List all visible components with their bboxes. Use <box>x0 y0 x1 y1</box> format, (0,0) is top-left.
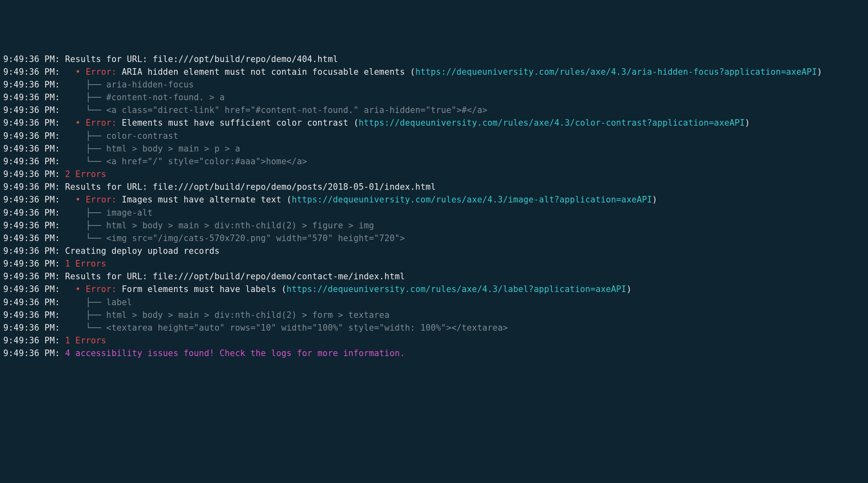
log-error-label: Error: <box>86 284 117 294</box>
log-detail: <a href="/" style="color:#aaa">home</a> <box>106 156 307 166</box>
log-text: Creating deploy upload records <box>60 246 220 256</box>
log-line: 9:49:36 PM: ├── html > body > main > div… <box>3 309 865 322</box>
log-timestamp: 9:49:36 PM: <box>3 233 60 243</box>
log-line: 9:49:36 PM: 2 Errors <box>3 168 865 181</box>
log-timestamp: 9:49:36 PM: <box>3 336 60 345</box>
log-error-label: Error: <box>86 118 117 128</box>
log-timestamp: 9:49:36 PM: <box>3 144 60 154</box>
log-link[interactable]: https://dequeuniversity.com/rules/axe/4.… <box>287 284 627 294</box>
log-detail: <img src="/img/cats-570x720.png" width="… <box>106 233 405 243</box>
log-detail: <textarea height="auto" rows="10" width=… <box>106 323 508 333</box>
log-text <box>80 284 86 294</box>
log-link[interactable]: https://dequeuniversity.com/rules/axe/4.… <box>358 118 745 128</box>
log-timestamp: 9:49:36 PM: <box>3 208 60 218</box>
log-text <box>80 118 86 128</box>
log-summary: 4 accessibility issues found! Check the … <box>65 348 405 358</box>
log-line: 9:49:36 PM: ├── #content-not-found. > a <box>3 91 865 104</box>
log-timestamp: 9:49:36 PM: <box>3 54 60 64</box>
log-tree-branch: ├── <box>60 208 106 218</box>
log-line: 9:49:36 PM: Creating deploy upload recor… <box>3 245 865 258</box>
log-tree-branch: └── <box>60 156 106 166</box>
log-text: Elements must have sufficient color cont… <box>117 118 358 128</box>
log-text <box>60 169 65 179</box>
log-line: 9:49:36 PM: ├── html > body > main > div… <box>3 219 865 232</box>
log-line: 9:49:36 PM: 4 accessibility issues found… <box>3 347 865 360</box>
log-text: Form elements must have labels ( <box>117 284 287 294</box>
log-text <box>80 195 86 205</box>
log-line: 9:49:36 PM: ├── html > body > main > p >… <box>3 143 865 155</box>
log-timestamp: 9:49:36 PM: <box>3 92 60 102</box>
log-timestamp: 9:49:36 PM: <box>3 67 60 77</box>
log-line: 9:49:36 PM: 1 Errors <box>3 258 865 270</box>
log-tree-branch: └── <box>60 105 106 115</box>
log-tree-branch: ├── <box>60 131 106 141</box>
log-text <box>60 348 65 358</box>
log-line: 9:49:36 PM: └── <a class="direct-link" h… <box>3 104 865 117</box>
log-text <box>60 67 76 77</box>
log-line: 9:49:36 PM: • Error: Form elements must … <box>3 283 865 296</box>
log-text: ) <box>627 284 632 294</box>
log-line: 9:49:36 PM: • Error: ARIA hidden element… <box>3 66 865 78</box>
log-tree-branch: ├── <box>60 297 106 307</box>
log-timestamp: 9:49:36 PM: <box>3 182 60 192</box>
log-link[interactable]: https://dequeuniversity.com/rules/axe/4.… <box>415 67 817 77</box>
log-tree-branch: ├── <box>60 144 106 154</box>
log-timestamp: 9:49:36 PM: <box>3 323 60 333</box>
log-detail: html > body > main > div:nth-child(2) > … <box>106 310 390 320</box>
log-timestamp: 9:49:36 PM: <box>3 118 60 128</box>
log-tree-branch: └── <box>60 323 106 333</box>
log-timestamp: 9:49:36 PM: <box>3 271 60 281</box>
log-line: 9:49:36 PM: ├── color-contrast <box>3 130 865 143</box>
log-timestamp: 9:49:36 PM: <box>3 310 60 320</box>
log-line: 9:49:36 PM: • Error: Images must have al… <box>3 193 865 206</box>
log-error-label: Error: <box>86 67 117 77</box>
log-text: ) <box>745 118 750 128</box>
log-text <box>60 259 65 269</box>
log-line: 9:49:36 PM: └── <textarea height="auto" … <box>3 322 865 334</box>
log-detail: aria-hidden-focus <box>106 80 194 90</box>
log-timestamp: 9:49:36 PM: <box>3 348 60 358</box>
log-timestamp: 9:49:36 PM: <box>3 297 60 307</box>
log-text <box>80 67 86 77</box>
bullet-icon: • <box>76 67 81 77</box>
log-timestamp: 9:49:36 PM: <box>3 169 60 179</box>
log-tree-branch: ├── <box>60 310 106 320</box>
log-detail: html > body > main > p > a <box>106 144 240 154</box>
log-line: 9:49:36 PM: └── <img src="/img/cats-570x… <box>3 232 865 245</box>
log-text: Results for URL: file:///opt/build/repo/… <box>60 271 405 281</box>
log-text <box>60 284 76 294</box>
log-timestamp: 9:49:36 PM: <box>3 131 60 141</box>
bullet-icon: • <box>76 195 81 205</box>
log-text <box>60 336 65 345</box>
log-link[interactable]: https://dequeuniversity.com/rules/axe/4.… <box>292 195 652 205</box>
log-line: 9:49:36 PM: • Error: Elements must have … <box>3 117 865 129</box>
log-detail: color-contrast <box>106 131 179 141</box>
log-detail: label <box>106 297 132 307</box>
log-output: 9:49:36 PM: Results for URL: file:///opt… <box>3 53 865 360</box>
log-line: 9:49:36 PM: Results for URL: file:///opt… <box>3 270 865 283</box>
log-tree-branch: ├── <box>60 221 106 230</box>
bullet-icon: • <box>76 284 81 294</box>
log-timestamp: 9:49:36 PM: <box>3 221 60 230</box>
log-timestamp: 9:49:36 PM: <box>3 156 60 166</box>
log-line: 9:49:36 PM: └── <a href="/" style="color… <box>3 155 865 168</box>
log-line: 9:49:36 PM: Results for URL: file:///opt… <box>3 53 865 66</box>
log-text: Results for URL: file:///opt/build/repo/… <box>60 182 436 192</box>
log-line: 9:49:36 PM: ├── aria-hidden-focus <box>3 78 865 91</box>
log-error-label: 1 Errors <box>65 259 106 269</box>
log-error-label: Error: <box>86 195 117 205</box>
log-timestamp: 9:49:36 PM: <box>3 259 60 269</box>
log-text: Images must have alternate text ( <box>117 195 292 205</box>
log-timestamp: 9:49:36 PM: <box>3 195 60 205</box>
log-text <box>60 195 76 205</box>
log-error-label: 1 Errors <box>65 336 106 345</box>
log-timestamp: 9:49:36 PM: <box>3 105 60 115</box>
log-tree-branch: ├── <box>60 92 106 102</box>
log-detail: image-alt <box>106 208 153 218</box>
log-timestamp: 9:49:36 PM: <box>3 246 60 256</box>
log-detail: #content-not-found. > a <box>106 92 225 102</box>
log-detail: <a class="direct-link" href="#content-no… <box>106 105 487 115</box>
log-tree-branch: └── <box>60 233 106 243</box>
log-text: ) <box>817 67 822 77</box>
log-line: 9:49:36 PM: Results for URL: file:///opt… <box>3 181 865 193</box>
